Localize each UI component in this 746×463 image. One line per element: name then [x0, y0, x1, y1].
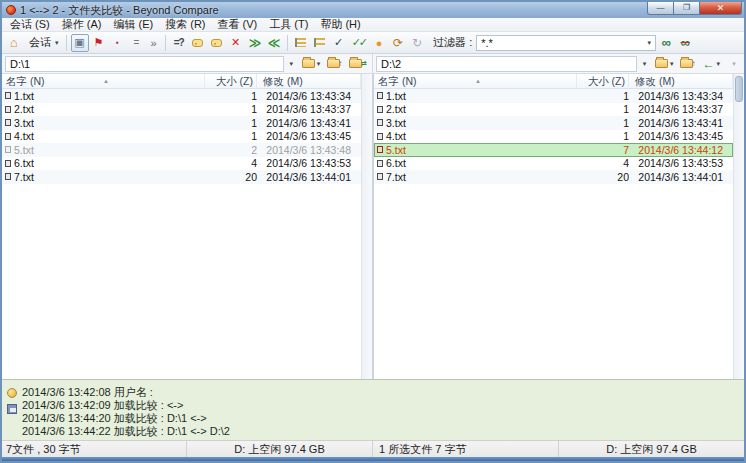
menu-bar: 会话 (S)操作 (A)编辑 (E)搜索 (R)查看 (V)工具 (T)帮助 (…	[2, 18, 744, 32]
window-title: 1 <--> 2 - 文件夹比较 - Beyond Compare	[20, 2, 219, 18]
table-row[interactable]: 3.txt 1 2014/3/6 13:43:41	[2, 116, 361, 130]
rules-comparison-button[interactable]: =?	[170, 34, 188, 52]
expand-all-button[interactable]	[292, 34, 310, 52]
file-icon	[5, 133, 11, 140]
menu-item[interactable]: 编辑 (E)	[107, 18, 159, 31]
minor-diff-button[interactable]: ▪	[109, 34, 127, 52]
column-header-size[interactable]: 大小 (Z)	[577, 74, 629, 88]
left-path-input[interactable]: D:\1	[5, 56, 284, 72]
table-row[interactable]: 4.txt 1 2014/3/6 13:43:45	[374, 130, 733, 144]
file-size: 7	[577, 144, 629, 156]
rules-icon: =?	[174, 37, 184, 48]
file-name: 5.txt	[14, 144, 34, 156]
file-name: 7.txt	[386, 171, 406, 183]
menu-item[interactable]: 查看 (V)	[212, 18, 264, 31]
file-modified: 2014/3/6 13:43:37	[629, 103, 733, 115]
toolbar-overflow-chevron[interactable]: »	[151, 37, 157, 49]
status-bar: 7文件 , 30 字节D: 上空闲 97.4 GB1 所选文件 7 字节D: 上…	[2, 440, 744, 457]
table-row[interactable]: 4.txt 1 2014/3/6 13:43:45	[2, 130, 361, 144]
file-icon	[5, 160, 11, 167]
file-modified: 2014/3/6 13:44:01	[629, 171, 733, 183]
left-swap-folders-button[interactable]: ⇄	[346, 55, 370, 73]
swap-sides-button[interactable]: ⟳	[389, 34, 407, 52]
right-path-input[interactable]: D:\2	[376, 56, 637, 72]
folder-icon	[680, 59, 693, 68]
file-name: 2.txt	[386, 103, 406, 115]
column-header-name[interactable]: 名字 (N) ▲	[2, 74, 205, 88]
table-row[interactable]: 5.txt 7 2014/3/6 13:44:12	[374, 143, 733, 157]
menu-item[interactable]: 操作 (A)	[56, 18, 108, 31]
file-icon	[5, 119, 11, 126]
window-controls: — ❐ ✕	[647, 2, 742, 15]
copy-to-right-button[interactable]: ≫	[246, 34, 264, 52]
table-row[interactable]: 1.txt 1 2014/3/6 13:43:34	[374, 89, 733, 103]
filter-combobox[interactable]: *.* ▾	[476, 35, 656, 51]
minimize-button[interactable]: —	[647, 2, 674, 15]
scrollbar-thumb[interactable]	[735, 76, 743, 102]
file-modified: 2014/3/6 13:43:45	[257, 130, 361, 142]
menu-item[interactable]: 会话 (S)	[4, 18, 56, 31]
left-scrollbar[interactable]	[361, 74, 372, 379]
ignore-button[interactable]	[189, 34, 207, 52]
column-header-name[interactable]: 名字 (N) ▲	[374, 74, 577, 88]
equals-button[interactable]: =	[128, 34, 146, 52]
copy-to-left-button[interactable]: ≪	[265, 34, 283, 52]
sync-button[interactable]: ●	[370, 34, 388, 52]
swap-icon: ⟳	[393, 36, 403, 50]
close-button[interactable]: ✕	[700, 2, 742, 15]
show-all-button[interactable]: ∞	[657, 34, 675, 52]
back-arrow-icon: ←	[702, 57, 714, 71]
collapse-all-button[interactable]	[311, 34, 329, 52]
chevron-down-icon[interactable]: ▾	[638, 56, 651, 72]
comparison-panes: 名字 (N) ▲ 大小 (Z) 修改 (M) 1.txt 1 2014/3/6 …	[2, 74, 744, 379]
compare-all-contents-button[interactable]: ✓✓	[349, 34, 369, 52]
file-icon	[377, 106, 383, 113]
right-parent-folder-button[interactable]: ↑	[677, 55, 698, 73]
menu-item[interactable]: 帮助 (H)	[314, 18, 366, 31]
filter-label: 过滤器 :	[433, 35, 472, 50]
save-log-icon[interactable]	[7, 404, 17, 414]
file-size: 1	[205, 117, 257, 129]
beyond-compare-window: 1 <--> 2 - 文件夹比较 - Beyond Compare — ❐ ✕ …	[0, 0, 746, 463]
sessions-button[interactable]: 会话 ▾	[24, 34, 62, 52]
compare-contents-button[interactable]: ✓	[330, 34, 348, 52]
left-browse-folder-button[interactable]: ▾	[299, 55, 324, 73]
chevron-down-icon[interactable]: ▾	[285, 56, 298, 72]
file-name: 5.txt	[386, 144, 406, 156]
chevron-down-icon: ▾	[643, 39, 655, 47]
table-row[interactable]: 2.txt 1 2014/3/6 13:43:37	[374, 103, 733, 117]
home-button[interactable]: ⌂	[5, 34, 23, 52]
right-browse-folder-button[interactable]: ▾	[652, 55, 677, 73]
table-row[interactable]: 5.txt 2 2014/3/6 13:43:48	[2, 143, 361, 157]
title-bar[interactable]: 1 <--> 2 - 文件夹比较 - Beyond Compare — ❐ ✕	[2, 2, 744, 18]
file-size: 4	[577, 157, 629, 169]
table-row[interactable]: 2.txt 1 2014/3/6 13:43:37	[2, 103, 361, 117]
file-modified: 2014/3/6 13:43:37	[257, 103, 361, 115]
table-row[interactable]: 6.txt 4 2014/3/6 13:43:53	[374, 157, 733, 171]
menu-item[interactable]: 工具 (T)	[263, 18, 314, 31]
comment-button[interactable]	[208, 34, 226, 52]
column-header-modified[interactable]: 修改 (M)	[629, 74, 733, 88]
display-mode-button[interactable]: ▣	[71, 34, 89, 52]
table-row[interactable]: 7.txt 20 2014/3/6 13:44:01	[2, 170, 361, 184]
refresh-button[interactable]: ↻	[408, 34, 426, 52]
column-header-modified[interactable]: 修改 (M)	[257, 74, 361, 88]
column-header-size[interactable]: 大小 (Z)	[205, 74, 257, 88]
maximize-button[interactable]: ❐	[674, 2, 700, 15]
right-scrollbar[interactable]	[733, 74, 744, 379]
flag-button[interactable]: ⚑	[90, 34, 108, 52]
hide-items-button[interactable]: ∞	[676, 34, 694, 52]
file-name: 4.txt	[14, 130, 34, 142]
right-forward-button[interactable]: ▾	[724, 55, 742, 73]
table-row[interactable]: 1.txt 1 2014/3/6 13:43:34	[2, 89, 361, 103]
delete-button[interactable]: ✕	[227, 34, 245, 52]
table-row[interactable]: 6.txt 4 2014/3/6 13:43:53	[2, 157, 361, 171]
table-row[interactable]: 7.txt 20 2014/3/6 13:44:01	[374, 170, 733, 184]
glasses-icon: ∞	[662, 35, 671, 50]
table-row[interactable]: 3.txt 1 2014/3/6 13:43:41	[374, 116, 733, 130]
menu-item[interactable]: 搜索 (R)	[159, 18, 211, 31]
right-back-button[interactable]: ←▾	[699, 55, 723, 73]
dot-icon: ▪	[116, 38, 119, 47]
left-parent-folder-button[interactable]: ↑	[324, 55, 345, 73]
toolbar-separator	[165, 35, 166, 51]
